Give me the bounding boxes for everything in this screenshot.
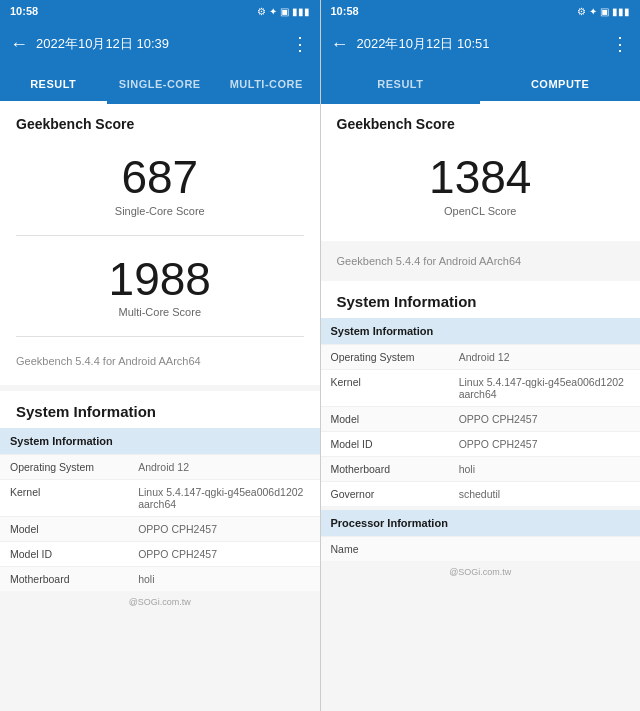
right-processor-table: Processor Information Name: [321, 510, 641, 561]
right-processor-header: Processor Information: [321, 510, 641, 537]
right-processor-section: Processor Information Name: [321, 510, 641, 561]
modelid-value: OPPO CPH2457: [455, 431, 640, 456]
settings-icon: ⚙: [577, 6, 586, 17]
table-row: Kernel Linux 5.4.147-qgki-g45ea006d1202 …: [321, 369, 641, 406]
right-status-bar: 10:58 ⚙ ✦ ▣ ▮▮▮: [321, 0, 641, 22]
right-info-header-row: System Information: [321, 318, 641, 345]
table-row: Model ID OPPO CPH2457: [321, 431, 641, 456]
left-nav-title: 2022年10月12日 10:39: [36, 35, 291, 53]
table-row: Operating System Android 12: [321, 344, 641, 369]
settings-icon: ⚙: [257, 6, 266, 17]
motherboard-label: Motherboard: [321, 456, 455, 481]
left-info-table: System Information Operating System Andr…: [0, 428, 320, 591]
table-row: Model ID OPPO CPH2457: [0, 542, 320, 567]
table-row: Operating System Android 12: [0, 455, 320, 480]
battery-icon: ▮▮▮: [292, 6, 310, 17]
right-info-header: System Information: [321, 318, 641, 345]
governor-value: schedutil: [455, 481, 640, 506]
right-opencl-block: 1384 OpenCL Score: [337, 144, 625, 225]
left-info-header: System Information: [0, 428, 320, 455]
left-phone: 10:58 ⚙ ✦ ▣ ▮▮▮ ← 2022年10月12日 10:39 ⋮ RE…: [0, 0, 320, 711]
right-score-title: Geekbench Score: [337, 116, 625, 132]
kernel-value: Linux 5.4.147-qgki-g45ea006d1202 aarch64: [134, 480, 319, 517]
left-info-header-row: System Information: [0, 428, 320, 455]
os-value: Android 12: [134, 455, 319, 480]
right-opencl-label: OpenCL Score: [337, 205, 625, 217]
motherboard-label: Motherboard: [0, 567, 134, 592]
kernel-value: Linux 5.4.147-qgki-g45ea006d1202 aarch64: [455, 369, 640, 406]
left-watermark: @SOGi.com.tw: [0, 595, 320, 609]
left-more-button[interactable]: ⋮: [291, 33, 310, 55]
kernel-label: Kernel: [321, 369, 455, 406]
motherboard-value: holi: [134, 567, 319, 592]
left-multi-core-block: 1988 Multi-Core Score: [16, 246, 304, 327]
name-label: Name: [321, 536, 455, 561]
right-back-button[interactable]: ←: [331, 34, 349, 55]
left-tabs: RESULT SINGLE-CORE MULTI-CORE: [0, 66, 320, 104]
signal-icon: ✦: [269, 6, 277, 17]
left-system-section: System Information System Information Op…: [0, 391, 320, 591]
left-multi-core-label: Multi-Core Score: [16, 306, 304, 318]
table-row: Governor schedutil: [321, 481, 641, 506]
table-row: Motherboard holi: [321, 456, 641, 481]
wifi-icon: ▣: [280, 6, 289, 17]
model-label: Model: [321, 406, 455, 431]
wifi-icon: ▣: [600, 6, 609, 17]
right-info-table: System Information Operating System Andr…: [321, 318, 641, 506]
left-multi-core-value: 1988: [16, 254, 304, 305]
right-watermark: @SOGi.com.tw: [321, 565, 641, 579]
left-tab-multi-core[interactable]: MULTI-CORE: [213, 66, 320, 104]
right-status-time: 10:58: [331, 5, 359, 17]
os-label: Operating System: [0, 455, 134, 480]
model-label: Model: [0, 517, 134, 542]
right-opencl-value: 1384: [337, 152, 625, 203]
right-tabs: RESULT COMPUTE: [321, 66, 641, 104]
right-tab-compute[interactable]: COMPUTE: [480, 66, 640, 104]
table-row: Kernel Linux 5.4.147-qgki-g45ea006d1202 …: [0, 480, 320, 517]
signal-icon: ✦: [589, 6, 597, 17]
left-status-bar: 10:58 ⚙ ✦ ▣ ▮▮▮: [0, 0, 320, 22]
right-nav-title: 2022年10月12日 10:51: [357, 35, 612, 53]
table-row: Motherboard holi: [0, 567, 320, 592]
left-status-icons: ⚙ ✦ ▣ ▮▮▮: [257, 6, 310, 17]
left-system-title: System Information: [0, 391, 320, 428]
left-single-core-label: Single-Core Score: [16, 205, 304, 217]
left-content: Geekbench Score 687 Single-Core Score 19…: [0, 104, 320, 711]
name-value: [455, 536, 640, 561]
left-status-time: 10:58: [10, 5, 38, 17]
left-tab-single-core[interactable]: SINGLE-CORE: [107, 66, 214, 104]
left-score-title: Geekbench Score: [16, 116, 304, 132]
governor-label: Governor: [321, 481, 455, 506]
table-row: Name: [321, 536, 641, 561]
left-single-core-value: 687: [16, 152, 304, 203]
left-score-divider2: [16, 336, 304, 337]
right-tab-result[interactable]: RESULT: [321, 66, 481, 104]
battery-icon: ▮▮▮: [612, 6, 630, 17]
right-system-section: System Information System Information Op…: [321, 281, 641, 506]
modelid-value: OPPO CPH2457: [134, 542, 319, 567]
model-value: OPPO CPH2457: [134, 517, 319, 542]
table-row: Model OPPO CPH2457: [0, 517, 320, 542]
right-geekbench-version: Geekbench 5.4.4 for Android AArch64: [337, 255, 625, 267]
left-score-section: Geekbench Score 687 Single-Core Score 19…: [0, 104, 320, 385]
left-geekbench-version: Geekbench 5.4.4 for Android AArch64: [16, 347, 304, 369]
right-score-section: Geekbench Score 1384 OpenCL Score: [321, 104, 641, 241]
os-value: Android 12: [455, 344, 640, 369]
right-more-button[interactable]: ⋮: [611, 33, 630, 55]
right-system-title: System Information: [321, 281, 641, 318]
model-value: OPPO CPH2457: [455, 406, 640, 431]
motherboard-value: holi: [455, 456, 640, 481]
left-back-button[interactable]: ←: [10, 34, 28, 55]
left-tab-result[interactable]: RESULT: [0, 66, 107, 104]
modelid-label: Model ID: [0, 542, 134, 567]
right-phone: 10:58 ⚙ ✦ ▣ ▮▮▮ ← 2022年10月12日 10:51 ⋮ RE…: [320, 0, 641, 711]
right-processor-header-row: Processor Information: [321, 510, 641, 537]
left-score-divider: [16, 235, 304, 236]
right-version-block: Geekbench 5.4.4 for Android AArch64: [321, 247, 641, 275]
modelid-label: Model ID: [321, 431, 455, 456]
right-status-icons: ⚙ ✦ ▣ ▮▮▮: [577, 6, 630, 17]
os-label: Operating System: [321, 344, 455, 369]
left-single-core-block: 687 Single-Core Score: [16, 144, 304, 225]
left-nav-bar: ← 2022年10月12日 10:39 ⋮: [0, 22, 320, 66]
kernel-label: Kernel: [0, 480, 134, 517]
